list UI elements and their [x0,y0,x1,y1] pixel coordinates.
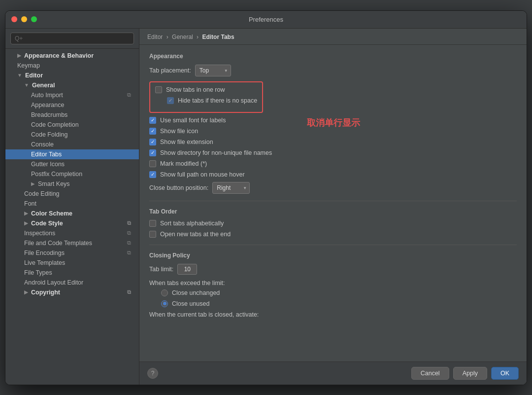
sidebar-item-file-types[interactable]: File Types [5,268,139,278]
sidebar-item-label: Appearance [31,102,64,108]
help-button[interactable]: ? [147,368,158,379]
mark-modified-row: Mark modified (*) [149,160,517,167]
sidebar-item-smart-keys[interactable]: ▶ Smart Keys [5,179,139,189]
sidebar-item-label: Copyright [31,289,60,296]
show-file-extension-label[interactable]: Show file extension [149,139,213,145]
show-full-path-checkbox[interactable] [149,171,156,178]
maximize-button[interactable] [31,16,37,22]
show-file-icon-text: Show file icon [160,128,198,135]
sidebar-item-inspections[interactable]: Inspections ⧉ [5,228,139,238]
show-file-extension-checkbox[interactable] [149,139,156,145]
mark-modified-checkbox[interactable] [149,160,156,167]
apply-button[interactable]: Apply [453,367,487,380]
sidebar-item-live-templates[interactable]: Live Templates [5,258,139,268]
sidebar-item-breadcrumbs[interactable]: Breadcrumbs [5,110,139,120]
sidebar-item-code-completion[interactable]: Code Completion [5,120,139,130]
sidebar-item-file-encodings[interactable]: File Encodings ⧉ [5,248,139,258]
show-file-icon-checkbox[interactable] [149,128,156,135]
sidebar-item-general[interactable]: ▼ General [5,80,139,90]
sidebar-item-code-editing[interactable]: Code Editing [5,189,139,199]
sidebar-item-editor[interactable]: ▼ Editor [5,71,139,80]
when-exceed-row: When tabs exceed the limit: [149,280,517,287]
breadcrumb: Editor › General › Editor Tabs [139,29,527,45]
use-small-font-checkbox[interactable] [149,117,156,124]
sidebar-item-code-folding[interactable]: Code Folding [5,130,139,140]
sidebar-tree: ▶ Appearance & Behavior Keymap ▼ Editor … [5,49,139,385]
show-tabs-checkbox[interactable] [155,86,162,93]
arrow-icon: ▶ [17,53,21,58]
open-new-tabs-label[interactable]: Open new tabs at the end [149,231,231,238]
main-panel: Editor › General › Editor Tabs Appearanc… [139,29,527,385]
close-unused-label[interactable]: Close unused [161,300,209,307]
use-small-font-text: Use small font for labels [160,117,226,124]
sidebar-item-gutter-icons[interactable]: Gutter Icons [5,159,139,169]
sidebar-item-label: Code Editing [24,190,60,197]
close-unchanged-label[interactable]: Close unchanged [161,289,220,296]
traffic-lights [11,16,37,22]
when-exceed-text: When tabs exceed the limit: [149,280,225,287]
show-directory-checkbox[interactable] [149,149,156,156]
highlight-wrap: Show tabs in one row Hide tabs if there … [149,81,517,117]
sidebar-item-label: Gutter Icons [31,161,65,168]
preferences-window: Preferences ▶ Appearance & Behavior Keym… [5,10,527,385]
sidebar-item-label: Editor [25,72,43,79]
close-button-label: Close button position: [149,184,208,191]
sidebar-item-appearance-behavior[interactable]: ▶ Appearance & Behavior [5,51,139,61]
close-unchanged-radio[interactable] [161,289,168,296]
close-button-dropdown[interactable]: Right Left Inactive None [212,182,250,194]
arrow-icon: ▶ [31,181,35,186]
arrow-icon: ▶ [24,220,28,226]
sidebar-item-file-code-templates[interactable]: File and Code Templates ⧉ [5,238,139,248]
sidebar-item-color-scheme[interactable]: ▶ Color Scheme [5,209,139,218]
sidebar-item-copyright[interactable]: ▶ Copyright ⧉ [5,287,139,297]
ok-button[interactable]: OK [491,367,519,380]
cancel-button[interactable]: Cancel [411,367,449,380]
sidebar-item-editor-tabs[interactable]: Editor Tabs [5,149,139,159]
sort-tabs-label[interactable]: Sort tabs alphabetically [149,220,224,227]
open-new-tabs-row: Open new tabs at the end [149,231,517,238]
mark-modified-label[interactable]: Mark modified (*) [149,160,207,167]
search-input[interactable] [10,33,134,44]
sidebar-item-label: Code Folding [31,131,67,138]
sidebar-item-auto-import[interactable]: Auto Import ⧉ [5,90,139,100]
show-file-icon-label[interactable]: Show file icon [149,128,198,135]
breadcrumb-general: General [172,34,193,40]
close-button[interactable] [11,16,17,22]
sidebar-item-label: Appearance & Behavior [24,52,94,59]
sidebar-item-postfix-completion[interactable]: Postfix Completion [5,169,139,179]
appearance-section-title: Appearance [149,53,517,60]
sidebar-item-console[interactable]: Console [5,140,139,149]
sidebar-item-code-style[interactable]: ▶ Code Style ⧉ [5,218,139,228]
window-title: Preferences [249,16,283,23]
show-directory-row: Show directory for non-unique file names [149,149,517,156]
arrow-icon: ▶ [24,211,28,216]
sidebar-item-label: Inspections [24,230,55,237]
minimize-button[interactable] [21,16,27,22]
sidebar-item-label: Breadcrumbs [31,111,67,118]
sidebar-item-appearance[interactable]: Appearance [5,100,139,110]
use-small-font-label[interactable]: Use small font for labels [149,117,226,124]
sidebar-item-font[interactable]: Font [5,199,139,209]
tab-placement-dropdown[interactable]: Top Bottom Left Right None [195,65,231,76]
closing-policy-section-title: Closing Policy [149,252,517,259]
sidebar-item-android-layout-editor[interactable]: Android Layout Editor [5,278,139,287]
show-tabs-label[interactable]: Show tabs in one row [155,86,225,93]
hide-tabs-text: Hide tabs if there is no space [178,97,257,104]
open-new-tabs-checkbox[interactable] [149,231,156,238]
close-unused-radio[interactable] [161,300,168,307]
show-directory-label[interactable]: Show directory for non-unique file names [149,149,272,156]
annotation-text: 取消单行显示 [307,117,477,129]
sidebar-item-label: Live Templates [24,259,65,266]
tab-limit-label: Tab limit: [149,266,173,273]
sidebar-item-keymap[interactable]: Keymap [5,61,139,71]
sort-tabs-checkbox[interactable] [149,220,156,227]
show-file-extension-text: Show file extension [160,139,213,145]
tab-order-section-title: Tab Order [149,208,517,215]
close-unchanged-text: Close unchanged [172,289,220,296]
show-full-path-label[interactable]: Show full path on mouse hover [149,171,245,178]
tab-limit-input[interactable] [177,264,197,275]
sidebar-item-label: Code Style [31,220,63,227]
hide-tabs-label[interactable]: Hide tabs if there is no space [167,97,257,104]
hide-tabs-checkbox[interactable] [167,97,174,104]
sidebar-item-label: File and Code Templates [24,240,92,247]
